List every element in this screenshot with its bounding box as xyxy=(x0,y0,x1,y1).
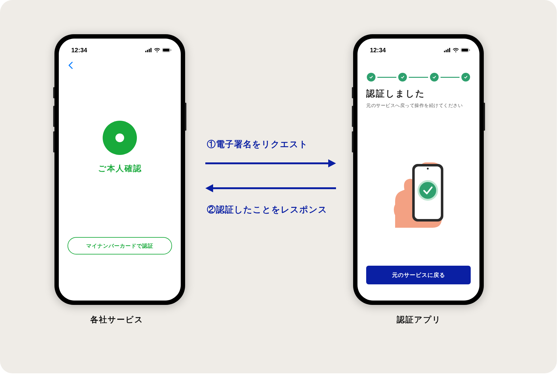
battery-icon xyxy=(162,48,171,52)
step-dot-complete xyxy=(367,73,376,82)
flow-label-request: ①電子署名をリクエスト xyxy=(207,138,308,150)
status-icons xyxy=(145,48,171,52)
wifi-icon xyxy=(154,48,160,52)
wifi-icon xyxy=(453,48,459,52)
progress-stepper xyxy=(367,73,470,82)
auth-success-subtext: 元のサービスへ戻って操作を続けてください xyxy=(366,103,471,109)
svg-rect-0 xyxy=(145,51,147,52)
svg-rect-7 xyxy=(444,51,445,52)
auth-success-heading: 認証しました xyxy=(366,88,471,100)
svg-rect-3 xyxy=(151,48,152,52)
phone-auth-app: 12:34 xyxy=(353,34,484,305)
authenticate-with-mynumber-button[interactable]: マイナンバーカードで認証 xyxy=(68,237,172,254)
caption-auth-app: 認証アプリ xyxy=(397,314,441,325)
svg-rect-1 xyxy=(147,50,148,52)
cellular-icon xyxy=(444,48,451,52)
svg-marker-20 xyxy=(328,159,336,167)
step-dot-complete xyxy=(461,73,470,82)
svg-rect-6 xyxy=(170,49,171,51)
cellular-icon xyxy=(145,48,152,52)
screen-service-app: 12:34 ご本人確認 マイナンバーカードで認証 xyxy=(59,39,181,301)
svg-marker-22 xyxy=(205,184,213,192)
status-icons xyxy=(444,48,470,52)
battery-icon xyxy=(461,48,470,52)
svg-rect-9 xyxy=(447,49,449,52)
status-bar: 12:34 xyxy=(357,39,479,56)
diagram-panel: 12:34 ご本人確認 マイナンバーカードで認証 xyxy=(0,0,557,373)
identity-verify-title: ご本人確認 xyxy=(98,163,142,174)
identity-verify-icon xyxy=(103,121,137,155)
step-dot-complete xyxy=(430,73,439,82)
caption-service-app: 各社サービス xyxy=(90,314,143,325)
svg-rect-5 xyxy=(163,49,170,52)
svg-rect-8 xyxy=(446,50,447,52)
screen-auth-app: 12:34 xyxy=(357,39,479,301)
arrow-response-icon xyxy=(205,184,336,193)
phone-service-app: 12:34 ご本人確認 マイナンバーカードで認証 xyxy=(54,34,185,305)
return-to-service-button[interactable]: 元のサービスに戻る xyxy=(366,266,471,284)
svg-rect-12 xyxy=(462,49,468,52)
status-time: 12:34 xyxy=(71,47,87,54)
svg-rect-10 xyxy=(449,48,450,52)
svg-rect-2 xyxy=(149,49,150,52)
svg-rect-13 xyxy=(469,49,470,51)
flow-label-response: ②認証したことをレスポンス xyxy=(207,204,327,216)
step-dot-complete xyxy=(398,73,407,82)
status-bar: 12:34 xyxy=(59,39,181,56)
hand-holding-phone-illustration xyxy=(366,109,471,266)
arrow-request-icon xyxy=(205,159,336,168)
svg-point-18 xyxy=(427,168,429,170)
status-time: 12:34 xyxy=(370,47,386,54)
